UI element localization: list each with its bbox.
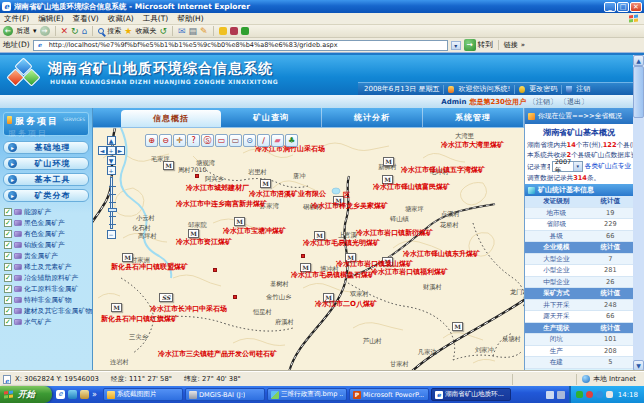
layer-checkbox[interactable]: ✓: [4, 263, 12, 271]
map-marker[interactable]: M: [452, 322, 463, 331]
menu-item[interactable]: 工具(T): [143, 14, 168, 24]
back-dropdown-icon[interactable]: ▾: [33, 27, 37, 35]
zoom-slider[interactable]: [110, 177, 113, 229]
layer-checkbox[interactable]: ✓: [4, 252, 12, 260]
map-tool-full-extent[interactable]: Ⓢ: [201, 134, 214, 147]
taskbar-button[interactable]: 系统截图图片: [103, 388, 183, 401]
home-icon[interactable]: ⌂: [82, 26, 88, 36]
map-tool-select-box[interactable]: ▭: [215, 134, 228, 147]
map-tool-zoom-out[interactable]: ⊖: [159, 134, 172, 147]
map-tool-zoom-in[interactable]: ⊕: [145, 134, 158, 147]
layer-checkbox[interactable]: ✓: [4, 241, 12, 249]
back-icon[interactable]: ←: [3, 26, 13, 36]
map-tool-measure[interactable]: ?: [187, 134, 200, 147]
address-url[interactable]: http://localhost/%e7%9f%bf%e5%b1%b1%e5%9…: [49, 41, 338, 49]
quicklaunch-ie-icon[interactable]: e: [56, 390, 65, 399]
search-icon[interactable]: [98, 28, 104, 34]
sidebar-button[interactable]: ▸矿类分布: [3, 189, 89, 202]
close-button[interactable]: ✕: [630, 2, 642, 12]
menu-item[interactable]: 编辑(E): [38, 14, 64, 24]
monitor-icon[interactable]: [546, 391, 554, 399]
start-button[interactable]: 开始: [0, 386, 52, 403]
taskbar-button[interactable]: DMGIS-BAI (J:): [185, 388, 265, 401]
forward-icon[interactable]: →: [40, 26, 50, 36]
year-select[interactable]: 2007年 ▾: [552, 161, 583, 172]
sidebar-button[interactable]: ▸矿山环境: [3, 157, 89, 170]
map-tool-legend[interactable]: ♣: [285, 134, 298, 147]
scroll-down-icon[interactable]: ▼: [633, 360, 644, 371]
zoom-plus-button[interactable]: +: [107, 166, 116, 175]
layer-checkbox[interactable]: ✓: [4, 274, 12, 282]
quicklaunch-more-icon[interactable]: »: [92, 390, 97, 399]
taskbar-button[interactable]: PMicrosoft PowerP...: [349, 388, 429, 401]
menu-item[interactable]: 文件(F): [4, 14, 29, 24]
map-marker[interactable]: M: [163, 161, 174, 170]
layer-checkbox[interactable]: ✓: [4, 208, 12, 216]
device-icon[interactable]: [557, 391, 565, 399]
map-marker[interactable]: M: [234, 217, 245, 226]
exit-link[interactable]: 〔退出〕: [560, 97, 588, 107]
pan-right-button[interactable]: ►: [116, 146, 125, 155]
print-icon[interactable]: ▤: [189, 26, 198, 36]
menu-item[interactable]: 收藏(A): [108, 14, 134, 24]
links-label[interactable]: 链接: [504, 40, 518, 50]
taskbar-button[interactable]: e湖南省矿山地质环...: [431, 388, 511, 401]
menu-item[interactable]: 帮助(H): [177, 14, 204, 24]
menu-item[interactable]: 查看(V): [73, 14, 99, 24]
messenger-icon[interactable]: [219, 27, 227, 35]
layer-checkbox[interactable]: ✓: [4, 285, 12, 293]
msn-icon[interactable]: [241, 27, 249, 35]
links-chevron-icon[interactable]: »: [521, 41, 525, 49]
map-marker[interactable]: M: [260, 179, 271, 188]
layer-checkbox[interactable]: ✓: [4, 318, 12, 326]
year-select-arrow-icon[interactable]: ▾: [573, 162, 582, 171]
layer-checkbox[interactable]: ✓: [4, 230, 12, 238]
map-tool-pan[interactable]: ✛: [173, 134, 186, 147]
mine-point-marker[interactable]: [233, 295, 237, 299]
favorites-icon[interactable]: ★: [124, 26, 132, 36]
layer-checkbox[interactable]: ✓: [4, 307, 12, 315]
logout-link2[interactable]: 〔注销〕: [529, 97, 557, 107]
map-tool-clear-selection[interactable]: ▭: [229, 134, 242, 147]
map-marker[interactable]: M: [383, 157, 394, 166]
sidebar-button[interactable]: ▸基本工具: [3, 173, 89, 186]
mail-icon[interactable]: ✉: [178, 26, 186, 36]
map-tool-draw-line[interactable]: ∕: [257, 134, 270, 147]
map-marker[interactable]: M: [111, 303, 122, 312]
map-marker[interactable]: SS: [159, 293, 173, 302]
zoom-minus-button[interactable]: −: [107, 230, 116, 239]
maximize-button[interactable]: □: [617, 2, 629, 12]
taskbar-button[interactable]: 三维行政查询.bmp ...: [267, 388, 347, 401]
zoom-slider-handle[interactable]: [108, 208, 117, 212]
pan-up-button[interactable]: ▲: [107, 136, 116, 145]
history-icon[interactable]: ↺: [159, 26, 167, 36]
sidebar-button[interactable]: ▸基础地理: [3, 141, 89, 154]
mine-type-link[interactable]: 各类矿山点专业: [585, 162, 631, 171]
discuss-icon[interactable]: [230, 27, 238, 35]
scroll-thumb[interactable]: [633, 66, 644, 118]
favorites-label[interactable]: 收藏夹: [135, 26, 156, 36]
tab-system-manage[interactable]: 系统管理: [423, 108, 524, 127]
pan-center-button[interactable]: +: [107, 146, 116, 155]
tray-network-icon[interactable]: [596, 391, 603, 398]
map-marker[interactable]: M: [122, 253, 133, 262]
tab-info-summary[interactable]: 信息概括: [121, 110, 221, 127]
stop-icon[interactable]: ✕: [61, 26, 69, 36]
scroll-up-icon[interactable]: ▲: [633, 55, 644, 66]
quicklaunch-desktop-icon[interactable]: [68, 390, 77, 399]
tray-alert-icon[interactable]: [586, 391, 593, 398]
quicklaunch-mail-icon[interactable]: [80, 390, 89, 399]
mine-point-marker[interactable]: [213, 268, 217, 272]
pan-left-button[interactable]: ◄: [98, 146, 107, 155]
pan-down-button[interactable]: ▼: [107, 156, 116, 165]
go-button[interactable]: → 转到: [464, 39, 493, 51]
change-password-link[interactable]: 更改密码: [529, 84, 557, 94]
layer-checkbox[interactable]: ✓: [4, 219, 12, 227]
map-canvas[interactable]: 大湾里毛家坪塘观湾周村7010阿兴乡岩里村唐冲新狮村毛坪村塘家坪点溪村铎山镇花桥…: [93, 127, 524, 371]
minimize-button[interactable]: _: [604, 2, 616, 12]
logout-link[interactable]: 注销: [576, 84, 590, 94]
back-label[interactable]: 后退: [16, 26, 30, 36]
address-dropdown-icon[interactable]: ▾: [451, 41, 461, 50]
edit-icon[interactable]: ✎: [200, 26, 208, 36]
map-tool-eraser[interactable]: ▰: [271, 134, 284, 147]
